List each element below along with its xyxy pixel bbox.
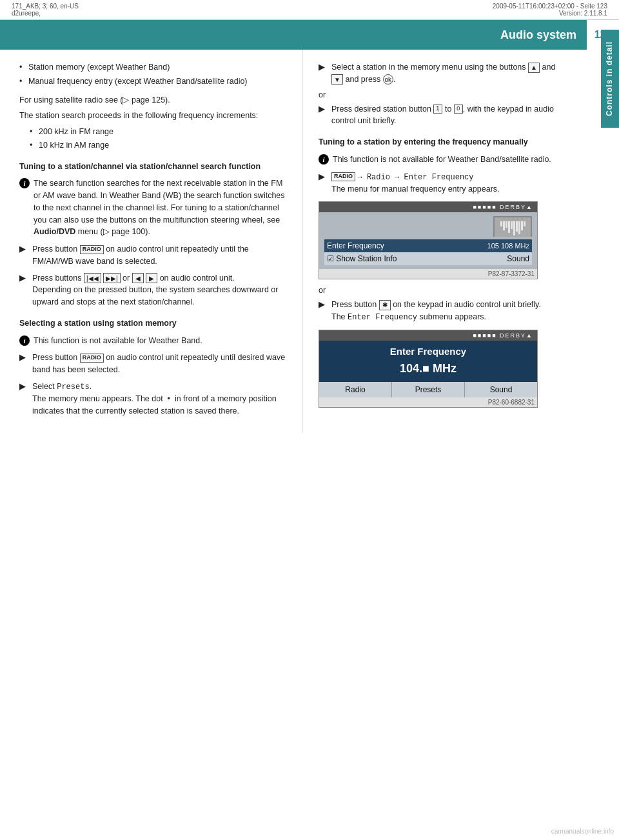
screen1-row1-label: Enter Frequency xyxy=(327,241,384,250)
info-block-2: i This function is not available for Wea… xyxy=(19,335,291,347)
right-arrow-item-3: ▶ RADIO → Radio → Enter Frequency The me… xyxy=(319,171,569,195)
screen1-caption: P82-87-3372-31 xyxy=(319,269,537,279)
radio-key-3: RADIO xyxy=(331,172,355,181)
radio-key-1: RADIO xyxy=(80,245,104,254)
star-key: ✱ xyxy=(379,300,391,310)
side-tab: Controls in detail xyxy=(601,30,619,128)
arrow-symbol-2: ▶ xyxy=(19,272,30,283)
intro-bullet-list: Station memory (except Weather Band) Man… xyxy=(19,61,291,88)
screen1-dots: ■■■■■ DERBY▲ xyxy=(473,204,533,210)
screen2-title: Enter Frequency xyxy=(319,341,537,359)
screen2-radio: Radio xyxy=(319,382,392,397)
screen1-row2-label: ☑ Show Station Info xyxy=(327,254,397,263)
screen2-mockup: ■■■■■ DERBY▲ Enter Frequency 104.■ MHz R… xyxy=(319,330,538,408)
right-arrow-text-3: RADIO → Radio → Enter Frequency The menu… xyxy=(331,171,500,195)
arrow-text-2: Press buttons |◀◀ ▶▶| or ◀ ▶ on audio co… xyxy=(32,272,291,308)
screen2-dots: ■■■■■ DERBY▲ xyxy=(473,332,533,339)
info-icon-1: i xyxy=(19,178,30,188)
right-arrow-symbol-1: ▶ xyxy=(319,61,329,72)
screen1-content: Enter Frequency 105 108 MHz ☑ Show Stati… xyxy=(319,212,537,269)
arrow-symbol-3: ▶ xyxy=(19,352,30,362)
bullet-item-2: Manual frequency entry (except Weather B… xyxy=(19,75,291,88)
station-button-1: 1̣ xyxy=(433,105,442,114)
info-text-1: The search function searches for the nex… xyxy=(34,177,291,238)
section2-heading: Selecting a station using station memory xyxy=(19,317,291,330)
prev-key: ◀ xyxy=(132,273,144,283)
screen2-bottom-row: Radio Presets Sound xyxy=(319,382,537,397)
screen1-top-bar: ■■■■■ DERBY▲ xyxy=(319,202,537,212)
search-para: The station search proceeds in the follo… xyxy=(19,110,291,122)
freq-item-2: 10 kHz in AM range xyxy=(30,139,291,152)
watermark: carmanualsonline.info xyxy=(551,828,614,835)
screen2-top-bar: ■■■■■ DERBY▲ xyxy=(319,330,537,341)
screen1-mockup: ■■■■■ DERBY▲ xyxy=(319,201,538,279)
info-text-2: This function is not available for Weath… xyxy=(34,335,202,347)
or-line-2: or xyxy=(319,286,569,295)
or-line-1: or xyxy=(319,90,569,99)
screen2-caption: P82-60-6882-31 xyxy=(319,397,537,407)
bullet-item-1: Station memory (except Weather Band) xyxy=(19,61,291,74)
right-column: ▶ Select a station in the memory menu us… xyxy=(303,50,601,433)
content-wrapper: Station memory (except Weather Band) Man… xyxy=(0,50,619,433)
left-column: Station memory (except Weather Band) Man… xyxy=(0,50,303,433)
prev-prev-key: |◀◀ xyxy=(84,273,101,283)
section1-heading: Tuning to a station/channel via station/… xyxy=(19,161,291,173)
page-header: Audio system 123 xyxy=(0,20,619,50)
arrow-text-1: Press button RADIO on audio control unit… xyxy=(32,243,291,268)
right-arrow-item-4: ▶ Press button ✱ on the keypad in audio … xyxy=(319,299,569,323)
arrow-symbol-1: ▶ xyxy=(19,243,30,254)
right-arrow-symbol-3: ▶ xyxy=(319,171,329,181)
info-icon-3: i xyxy=(319,154,329,165)
screen2-presets: Presets xyxy=(392,382,465,397)
presets-code: Presets xyxy=(57,383,89,392)
right-arrow-item-2: ▶ Press desired station button 1̣ to 0, … xyxy=(319,103,569,128)
meta-left: 171_AKB; 3; 60, en-US d2ureepe, xyxy=(12,3,79,17)
up-button: ▲ xyxy=(528,63,540,73)
section3-heading: Tuning to a station by entering the freq… xyxy=(319,136,569,148)
down-button: ▼ xyxy=(331,74,343,85)
right-arrow-symbol-2: ▶ xyxy=(319,103,329,114)
info-text-3: This function is not available for Weath… xyxy=(333,154,551,166)
menu-path: → Radio → Enter Frequency xyxy=(357,173,473,182)
meta-bar: 171_AKB; 3; 60, en-US d2ureepe, 2009-05-… xyxy=(0,0,619,20)
next-next-key: ▶▶| xyxy=(103,273,121,283)
station-button-0: 0 xyxy=(454,105,463,114)
enter-freq-code: Enter Frequency xyxy=(348,313,417,322)
satellite-para: For using satellite radio see (▷ page 12… xyxy=(19,94,291,106)
meta-right: 2009-05-11T16:00:23+02:00 - Seite 123 Ve… xyxy=(493,3,607,17)
arrow-item-4: ▶ Select Presets. The memory menu appear… xyxy=(19,381,291,417)
freq-item-1: 200 kHz in FM range xyxy=(30,126,291,138)
freq-list: 200 kHz in FM range 10 kHz in AM range xyxy=(30,126,291,152)
next-key: ▶ xyxy=(146,273,157,283)
screen1-row2-right: Sound xyxy=(507,254,529,263)
screen2-freq: 104.■ MHz xyxy=(319,359,537,382)
right-arrow-text-4: Press button ✱ on the keypad in audio co… xyxy=(331,299,541,323)
ok-button: ok xyxy=(383,74,393,85)
right-arrow-text-2: Press desired station button 1̣ to 0, wi… xyxy=(331,103,569,128)
info-block-3: i This function is not available for Wea… xyxy=(319,154,569,166)
screen1-row1: Enter Frequency 105 108 MHz xyxy=(324,239,532,252)
arrow-text-3: Press button RADIO on audio control unit… xyxy=(32,352,291,376)
radio-key-2: RADIO xyxy=(80,354,104,363)
right-arrow-item-1: ▶ Select a station in the memory menu us… xyxy=(319,61,569,86)
right-arrow-text-1: Select a station in the memory menu usin… xyxy=(331,61,569,86)
page-title: Audio system xyxy=(500,28,587,42)
arrow-text-4: Select Presets. The memory menu appears.… xyxy=(32,381,291,417)
screen1-row1-right: 105 108 MHz xyxy=(487,242,529,250)
arrow-item-1: ▶ Press button RADIO on audio control un… xyxy=(19,243,291,268)
info-icon-2: i xyxy=(19,335,30,346)
arrow-symbol-4: ▶ xyxy=(19,381,30,391)
arrow-item-3: ▶ Press button RADIO on audio control un… xyxy=(19,352,291,376)
screen2-sound: Sound xyxy=(465,382,537,397)
info-block-1: i The search function searches for the n… xyxy=(19,177,291,238)
right-arrow-symbol-4: ▶ xyxy=(319,299,329,309)
arrow-item-2: ▶ Press buttons |◀◀ ▶▶| or ◀ ▶ on audio … xyxy=(19,272,291,308)
screen1-row2: ☑ Show Station Info Sound xyxy=(324,252,532,265)
